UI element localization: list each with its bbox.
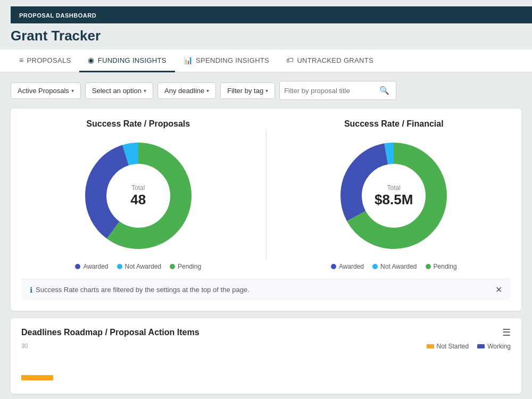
not-awarded-dot bbox=[117, 264, 122, 269]
bar-stub-not-started bbox=[21, 375, 53, 380]
search-button[interactable]: 🔍 bbox=[377, 84, 392, 97]
financial-legend-awarded: Awarded bbox=[331, 263, 364, 270]
financial-chart: Success Rate / Financial Total bbox=[277, 119, 511, 270]
search-filter: 🔍 bbox=[279, 81, 396, 100]
tab-spending-insights-label: SPENDING INSIGHTS bbox=[196, 56, 269, 64]
proposals-donut-center: Total 48 bbox=[130, 184, 146, 208]
page-title: Grant Tracker bbox=[11, 28, 521, 44]
charts-row: Success Rate / Proposals bbox=[21, 119, 511, 270]
chart-divider bbox=[266, 130, 267, 260]
proposals-center-value: 48 bbox=[130, 192, 146, 208]
bottom-header: Deadlines Roadmap / Proposal Action Item… bbox=[21, 327, 511, 338]
bottom-section: Deadlines Roadmap / Proposal Action Item… bbox=[11, 318, 521, 394]
tab-untracked-grants[interactable]: 🏷 UNTRACKED GRANTS bbox=[278, 49, 382, 72]
bottom-title: Deadlines Roadmap / Proposal Action Item… bbox=[21, 328, 200, 337]
chevron-down-icon: ▾ bbox=[206, 88, 209, 94]
info-bar-message: Success Rate charts are filtered by the … bbox=[36, 286, 250, 294]
awarded-label: Awarded bbox=[83, 263, 108, 270]
breadcrumb-label: PROPOSAL DASHBOARD bbox=[19, 12, 96, 19]
status-filter-label: Active Proposals bbox=[18, 87, 69, 95]
pending-dot bbox=[170, 264, 175, 269]
fin-awarded-label: Awarded bbox=[339, 263, 364, 270]
not-started-rect bbox=[427, 344, 434, 348]
proposals-donut: Total 48 bbox=[80, 137, 197, 254]
deadline-filter-label: Any deadline bbox=[164, 87, 204, 95]
chevron-down-icon: ▾ bbox=[144, 88, 146, 94]
financial-legend-pending: Pending bbox=[426, 263, 457, 270]
fin-not-awarded-label: Not Awarded bbox=[380, 263, 417, 270]
not-awarded-label: Not Awarded bbox=[125, 263, 162, 270]
fin-pending-label: Pending bbox=[434, 263, 457, 270]
financial-center-label: Total bbox=[375, 184, 413, 192]
search-input[interactable] bbox=[284, 87, 377, 95]
filter-bar: Active Proposals ▾ Select an option ▾ An… bbox=[11, 81, 521, 100]
financial-donut-center: Total $8.5M bbox=[375, 184, 413, 208]
status-filter-button[interactable]: Active Proposals ▾ bbox=[11, 82, 81, 99]
deadline-filter-button[interactable]: Any deadline ▾ bbox=[157, 82, 216, 99]
working-label: Working bbox=[487, 343, 511, 350]
bar-chart-area bbox=[21, 351, 511, 380]
legend-awarded: Awarded bbox=[75, 263, 108, 270]
bar-chart-icon: 📊 bbox=[184, 56, 193, 64]
legend-not-awarded: Not Awarded bbox=[117, 263, 162, 270]
fin-pending-dot bbox=[426, 264, 431, 269]
proposals-chart-title: Success Rate / Proposals bbox=[86, 119, 190, 129]
info-bar-close-button[interactable]: ✕ bbox=[495, 285, 502, 295]
financial-legend: Awarded Not Awarded Pending bbox=[331, 263, 457, 270]
tab-proposals-label: PROPOSALS bbox=[27, 56, 71, 64]
option-filter-label: Select an option bbox=[92, 87, 142, 95]
pending-label: Pending bbox=[178, 263, 201, 270]
option-filter-button[interactable]: Select an option ▾ bbox=[85, 82, 153, 99]
proposals-center-label: Total bbox=[130, 184, 146, 192]
working-rect bbox=[477, 344, 485, 348]
info-icon: ℹ bbox=[30, 286, 32, 294]
tag-icon: 🏷 bbox=[286, 56, 294, 64]
financial-chart-title: Success Rate / Financial bbox=[344, 119, 444, 129]
financial-donut: Total $8.5M bbox=[335, 137, 452, 254]
financial-legend-not-awarded: Not Awarded bbox=[372, 263, 417, 270]
chevron-down-icon: ▾ bbox=[71, 88, 74, 94]
page-header: Grant Tracker bbox=[0, 23, 532, 49]
list-icon: ≡ bbox=[19, 56, 23, 64]
tab-funding-insights[interactable]: ◉ FUNDING INSIGHTS bbox=[79, 49, 174, 72]
tab-proposals[interactable]: ≡ PROPOSALS bbox=[11, 49, 79, 72]
tag-filter-label: Filter by tag bbox=[227, 87, 263, 95]
menu-icon[interactable]: ☰ bbox=[502, 327, 511, 338]
fin-awarded-dot bbox=[331, 264, 336, 269]
legend-pending: Pending bbox=[170, 263, 201, 270]
charts-panel: Success Rate / Proposals bbox=[11, 109, 521, 311]
fin-not-awarded-dot bbox=[372, 264, 378, 269]
proposals-chart: Success Rate / Proposals bbox=[21, 119, 255, 270]
chevron-down-icon: ▾ bbox=[265, 88, 268, 94]
info-bar: ℹ Success Rate charts are filtered by th… bbox=[21, 279, 511, 300]
not-started-label: Not Started bbox=[437, 343, 469, 350]
info-bar-text: ℹ Success Rate charts are filtered by th… bbox=[30, 286, 250, 294]
awarded-dot bbox=[75, 264, 80, 269]
tab-bar: ≡ PROPOSALS ◉ FUNDING INSIGHTS 📊 SPENDIN… bbox=[0, 49, 532, 72]
tab-untracked-grants-label: UNTRACKED GRANTS bbox=[297, 56, 373, 64]
tag-filter-button[interactable]: Filter by tag ▾ bbox=[220, 82, 275, 99]
circle-icon: ◉ bbox=[88, 56, 94, 64]
main-content: Active Proposals ▾ Select an option ▾ An… bbox=[0, 72, 532, 399]
bar-chart-legend: Not Started Working bbox=[427, 343, 511, 350]
proposals-legend: Awarded Not Awarded Pending bbox=[75, 263, 201, 270]
financial-center-value: $8.5M bbox=[375, 192, 413, 208]
legend-working: Working bbox=[477, 343, 511, 350]
breadcrumb: PROPOSAL DASHBOARD bbox=[11, 6, 532, 23]
legend-not-started: Not Started bbox=[427, 343, 469, 350]
tab-spending-insights[interactable]: 📊 SPENDING INSIGHTS bbox=[175, 49, 278, 72]
tab-funding-insights-label: FUNDING INSIGHTS bbox=[98, 56, 167, 64]
